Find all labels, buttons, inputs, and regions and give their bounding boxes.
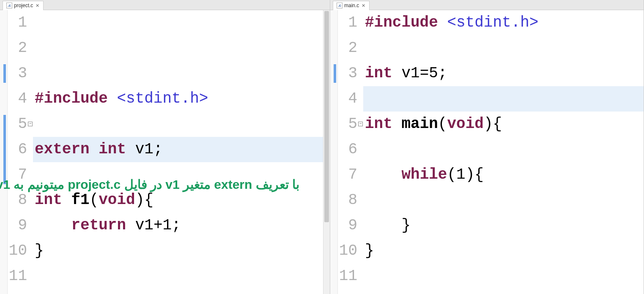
line-number-gutter-right: 1234567891011	[338, 10, 363, 294]
scrollbar-thumb[interactable]	[324, 11, 329, 222]
code-line[interactable]	[363, 35, 644, 61]
code-line[interactable]	[33, 162, 330, 188]
change-marker	[3, 115, 6, 184]
line-number: 8	[338, 188, 357, 213]
code-line[interactable]: while(1){	[363, 162, 644, 188]
line-number-gutter-left: 1234567891011	[8, 10, 33, 294]
line-number: 10	[338, 238, 357, 264]
line-number: 6	[338, 137, 357, 162]
line-number: 9	[338, 213, 357, 238]
fold-toggle-icon[interactable]: −	[28, 122, 33, 126]
code-line[interactable]: #include <stdint.h>	[363, 10, 644, 35]
line-number: 9	[8, 213, 27, 238]
close-icon[interactable]: ✕	[361, 3, 366, 8]
marker-bar-left	[0, 10, 8, 294]
c-file-icon: .c	[6, 3, 12, 8]
tab-project-c[interactable]: .c project.c ✕	[3, 1, 44, 10]
code-line[interactable]: int main(void){	[363, 112, 644, 137]
code-line[interactable]: #include <stdint.h>	[33, 86, 330, 112]
tab-filename: main.c	[344, 3, 359, 8]
editor-left[interactable]: 1234567891011 با تعریف extern متغیر v1 د…	[0, 10, 330, 294]
line-number: 5	[8, 112, 27, 137]
line-number: 7	[8, 162, 27, 188]
vertical-scrollbar-left[interactable]	[323, 10, 330, 294]
line-number: 11	[338, 264, 357, 289]
code-line[interactable]	[363, 137, 644, 162]
code-line[interactable]	[33, 264, 330, 289]
line-number: 4	[8, 86, 27, 112]
line-number: 1	[338, 10, 357, 35]
tab-filename: project.c	[14, 3, 33, 8]
code-line[interactable]	[33, 289, 330, 294]
line-number: 5	[338, 112, 357, 137]
line-number: 3	[338, 61, 357, 86]
line-number: 8	[8, 188, 27, 213]
line-number: 6	[8, 137, 27, 162]
line-number: 10	[8, 238, 27, 264]
tab-bar-left: .c project.c ✕	[0, 0, 330, 10]
change-marker	[334, 64, 336, 83]
line-number: 2	[338, 35, 357, 61]
line-number: 2	[8, 35, 27, 61]
line-number: 11	[8, 264, 27, 289]
fold-toggle-icon[interactable]: −	[358, 122, 363, 126]
line-number: 3	[8, 61, 27, 86]
code-line[interactable]	[363, 86, 644, 112]
code-line[interactable]: extern int v1;	[33, 137, 330, 162]
code-line[interactable]	[363, 188, 644, 213]
code-line[interactable]: int v1=5;	[363, 61, 644, 86]
tab-main-c[interactable]: .c main.c ✕	[333, 1, 370, 10]
code-line[interactable]: return v1+1;	[33, 213, 330, 238]
editor-right[interactable]: 1234567891011 #include <stdint.h>int v1=…	[330, 10, 644, 294]
marker-bar-right	[330, 10, 338, 294]
close-icon[interactable]: ✕	[35, 3, 40, 8]
code-area-right[interactable]: #include <stdint.h>int v1=5;int main(voi…	[363, 10, 644, 294]
code-line[interactable]: }	[33, 238, 330, 264]
tab-bar-right: .c main.c ✕	[330, 0, 644, 10]
code-line[interactable]	[33, 112, 330, 137]
right-editor-pane: .c main.c ✕ 1234567891011 #include <stdi…	[330, 0, 644, 294]
line-number: 1	[8, 10, 27, 35]
code-area-left[interactable]: با تعریف extern متغیر v1 در فایل project…	[33, 10, 330, 294]
left-editor-pane: .c project.c ✕ 1234567891011 با تعریف ex…	[0, 0, 330, 294]
code-line[interactable]: }	[363, 213, 644, 238]
code-line[interactable]	[363, 264, 644, 289]
change-marker	[3, 64, 6, 83]
c-file-icon: .c	[337, 3, 343, 8]
line-number: 7	[338, 162, 357, 188]
code-line[interactable]: int f1(void){	[33, 188, 330, 213]
line-number: 4	[338, 86, 357, 112]
code-line[interactable]: }	[363, 238, 644, 264]
